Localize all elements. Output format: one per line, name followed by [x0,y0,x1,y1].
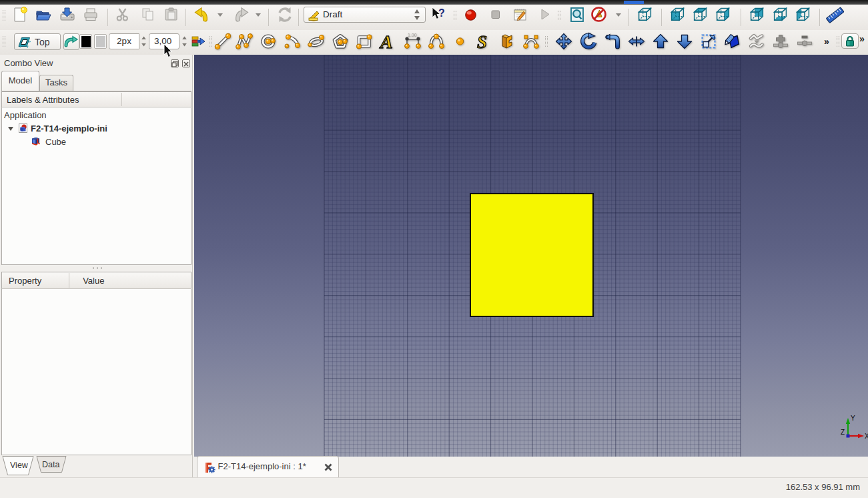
svg-text:Z: Z [841,429,845,436]
svg-text:Y: Y [851,415,855,422]
svg-text:View: View [10,461,29,470]
svg-text:X: X [865,433,868,440]
svg-text:?: ? [438,7,445,19]
svg-text:Data: Data [42,460,59,469]
svg-text:1.00: 1.00 [408,33,417,37]
svg-text:S: S [477,32,487,52]
svg-text:A: A [379,31,393,52]
